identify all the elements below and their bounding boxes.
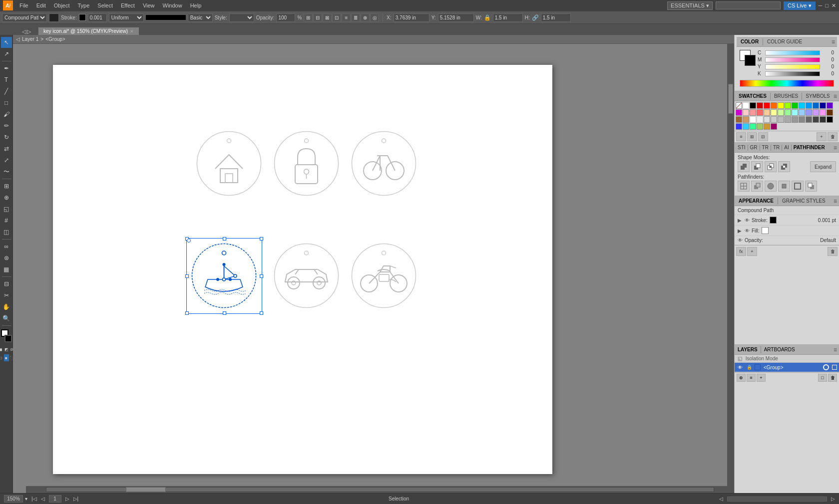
lock-icon-group[interactable] — [273, 130, 340, 198]
y-slider[interactable] — [765, 64, 820, 69]
cs-live-button[interactable]: CS Live ▾ — [784, 1, 816, 10]
swatch-gray30[interactable] — [771, 116, 777, 123]
lock-proportions-icon[interactable]: 🔒 — [484, 14, 491, 21]
swatch-yellow[interactable] — [778, 102, 784, 109]
status-scroll-right[interactable]: ▷ — [831, 496, 835, 502]
nav-prev-btn[interactable]: ◁ — [41, 496, 45, 502]
menu-window[interactable]: Window — [159, 1, 186, 9]
nav-last-btn[interactable]: ▷| — [73, 496, 79, 502]
menu-help[interactable]: Help — [187, 1, 205, 9]
swatch-gray70[interactable] — [799, 116, 805, 123]
tr2-tab[interactable]: TR — [772, 144, 781, 151]
swatch-pink-med[interactable] — [757, 109, 763, 116]
direct-selection-tool[interactable]: ↗ — [1, 48, 12, 59]
fill-stroke-widget[interactable] — [1, 329, 12, 342]
align-button-3[interactable]: ⊠ — [323, 13, 332, 22]
symbols-tab[interactable]: SYMBOLS — [804, 92, 832, 100]
canvas-area[interactable]: ◁ Layer 1 > <Group> — [13, 35, 734, 493]
swatch-lime[interactable] — [778, 109, 784, 116]
stroke-value-input[interactable] — [88, 13, 107, 22]
swatch-orchid[interactable] — [820, 109, 826, 116]
opacity-visibility[interactable]: 👁 — [738, 238, 743, 243]
swatch-pink-light[interactable] — [743, 109, 749, 116]
menu-type[interactable]: Type — [74, 1, 93, 9]
ai-tab[interactable]: AI — [783, 144, 790, 151]
swatch-delete[interactable]: 🗑 — [828, 132, 838, 141]
exclude-btn[interactable] — [778, 161, 790, 172]
swatch-periwinkle[interactable] — [806, 109, 812, 116]
zoom-input[interactable] — [4, 495, 23, 503]
swatches-large-view[interactable]: ⊟ — [758, 132, 768, 141]
style-select[interactable] — [229, 13, 254, 22]
find-layer-btn[interactable]: ⊕ — [737, 374, 746, 382]
page-input[interactable] — [49, 495, 61, 503]
paintbrush-tool[interactable]: 🖌 — [1, 109, 12, 120]
appearance-fx-btn[interactable]: fx — [736, 247, 746, 256]
ap-stroke-swatch[interactable] — [770, 217, 777, 224]
new-layer-btn[interactable]: □ — [818, 374, 827, 382]
swatch-pink[interactable] — [750, 109, 756, 116]
ap-fill-row[interactable]: ▶ 👁 Fill: — [735, 226, 839, 236]
handle-top-right[interactable] — [260, 237, 263, 241]
breadcrumb-back[interactable]: ◁ — [16, 36, 20, 42]
swatch-gray20[interactable] — [764, 116, 770, 123]
layers-menu[interactable]: ≡ — [834, 346, 837, 353]
swatches-list-view[interactable]: ≡ — [736, 132, 746, 141]
menu-effect[interactable]: Effect — [117, 1, 138, 9]
align-button-2[interactable]: ⊟ — [313, 13, 322, 22]
layer-options-btn[interactable]: ≡ — [747, 374, 756, 382]
swatch-gray60[interactable] — [792, 116, 798, 123]
scale-tool[interactable]: ⤢ — [1, 155, 12, 166]
selection-tool[interactable]: ↖ — [1, 37, 12, 48]
color-tab[interactable]: COLOR — [739, 38, 761, 45]
align-button-8[interactable]: ◎ — [370, 13, 379, 22]
ap-opacity-row[interactable]: 👁 Opacity: Default — [735, 236, 839, 245]
nav-first-btn[interactable]: |◁ — [31, 496, 37, 502]
column-graph-tool[interactable]: ▦ — [1, 264, 12, 275]
crop-btn[interactable] — [778, 181, 790, 192]
unite-btn[interactable] — [738, 161, 750, 172]
swatch-peach[interactable] — [764, 109, 770, 116]
appearance-tab[interactable]: APPEARANCE — [737, 197, 776, 205]
swatch-blue-dark[interactable] — [820, 102, 826, 109]
h-input[interactable] — [541, 13, 571, 22]
swatch-gray10[interactable] — [757, 116, 763, 123]
motorcycle-icon-group[interactable] — [350, 242, 418, 310]
divide-btn[interactable] — [738, 181, 750, 192]
symbol-sprayer-tool[interactable]: ⊛ — [1, 252, 12, 263]
v-scroll[interactable] — [727, 44, 734, 486]
window-minimize[interactable]: ─ — [819, 2, 823, 8]
zoom-tool[interactable]: 🔍 — [1, 313, 12, 324]
file-tab[interactable]: key icon.ai* @ 150% (CMYK/Preview) ✕ — [38, 27, 139, 35]
pen-tool[interactable]: ✒ — [1, 63, 12, 74]
swatch-w2[interactable] — [750, 116, 756, 123]
window-close[interactable]: ✕ — [832, 2, 836, 9]
mesh-tool[interactable]: # — [1, 215, 12, 226]
color-panel-menu[interactable]: ≡ — [832, 38, 835, 45]
free-transform-tool[interactable]: ⊞ — [1, 181, 12, 192]
swatch-cyan-light[interactable] — [799, 102, 805, 109]
pencil-tool[interactable]: ✏ — [1, 120, 12, 131]
handle-bottom-right[interactable] — [260, 311, 263, 315]
normal-mode[interactable]: □ — [0, 354, 3, 361]
swatch-purple[interactable] — [827, 102, 833, 109]
home-icon-group[interactable] — [195, 130, 263, 198]
ap-stroke-row[interactable]: ▶ 👁 Stroke: 0.001 pt — [735, 215, 839, 226]
swatch-yellow-green[interactable] — [785, 102, 791, 109]
swatch-sand[interactable] — [743, 116, 749, 123]
gradient-fill-btn[interactable]: ◩ — [4, 346, 9, 353]
stroke-style-select[interactable]: Basic — [188, 13, 213, 22]
status-scroll-left[interactable]: ◁ — [719, 496, 723, 502]
stroke-type-select[interactable]: Uniform — [109, 13, 144, 22]
menu-select[interactable]: Select — [94, 1, 116, 9]
swatch-cyan2[interactable] — [743, 123, 749, 130]
align-button-1[interactable]: ⊞ — [304, 13, 313, 22]
align-button-5[interactable]: ≡ — [342, 13, 351, 22]
blend-tool[interactable]: ∞ — [1, 241, 12, 252]
trim-btn[interactable] — [751, 181, 763, 192]
appearance-delete-btn[interactable]: 🗑 — [828, 247, 838, 256]
handle-top-mid[interactable] — [223, 237, 226, 241]
color-guide-tab[interactable]: COLOR GUIDE — [765, 38, 804, 45]
fill-color-swatch[interactable] — [49, 13, 59, 22]
swatch-cyan[interactable] — [792, 109, 798, 116]
